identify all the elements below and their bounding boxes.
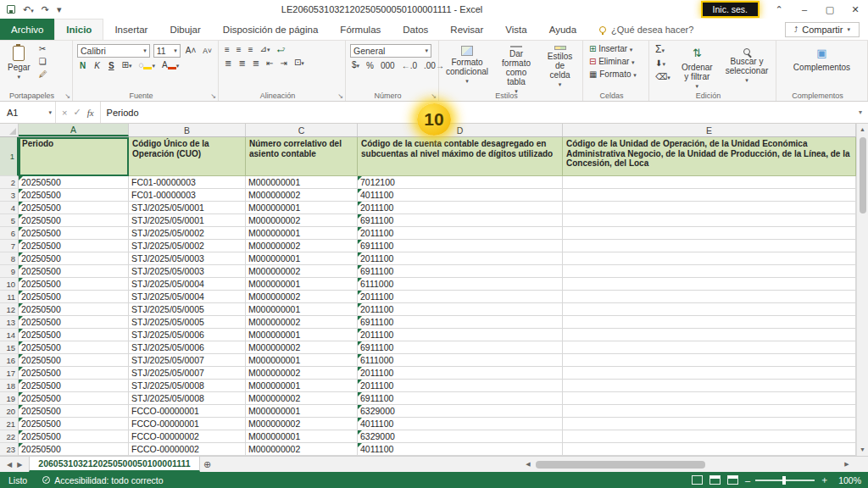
horizontal-scroll-track[interactable]: [534, 461, 841, 469]
format-as-table-button[interactable]: Dar formato como tabla▾: [494, 44, 538, 90]
cell[interactable]: 20250500: [19, 240, 129, 252]
cell[interactable]: M000000002: [246, 240, 358, 252]
cell[interactable]: M000000001: [246, 252, 358, 265]
redo-icon[interactable]: ↷: [42, 5, 49, 14]
cell[interactable]: 20250500: [19, 430, 129, 443]
find-select-button[interactable]: Buscar y seleccionar▾: [722, 44, 771, 90]
cell[interactable]: 6329000: [358, 405, 563, 418]
tab-revisar[interactable]: Revisar: [439, 19, 494, 40]
scroll-up-icon[interactable]: ▲: [860, 124, 865, 136]
cell[interactable]: Código Único de la Operación (CUO): [129, 137, 246, 176]
cell[interactable]: 20250500: [19, 265, 129, 278]
close-button[interactable]: ✕: [843, 0, 868, 19]
fill-icon[interactable]: ⬇▾: [654, 58, 672, 69]
next-sheet-icon[interactable]: ▶: [17, 461, 22, 469]
format-cells-button[interactable]: ▦ Formato ▾: [587, 69, 644, 80]
zoom-slider-thumb[interactable]: [782, 476, 786, 485]
cell[interactable]: [563, 176, 856, 189]
cell[interactable]: 20250500: [19, 189, 129, 202]
cell[interactable]: FCCO-00000001: [129, 405, 246, 418]
cell[interactable]: Número correlativo del asiento contable: [246, 137, 358, 176]
row-number[interactable]: 15: [0, 341, 19, 354]
cell[interactable]: [563, 354, 856, 367]
cell[interactable]: M000000001: [246, 303, 358, 316]
cell[interactable]: FCCO-00000002: [129, 443, 246, 456]
zoom-slider[interactable]: [755, 480, 815, 481]
cell[interactable]: 6911100: [358, 240, 563, 252]
share-button[interactable]: ⤴ Compartir ▾: [785, 22, 860, 37]
cell[interactable]: [563, 367, 856, 380]
cell[interactable]: FCCO-00000002: [129, 430, 246, 443]
align-top-icon[interactable]: ≡: [223, 45, 231, 55]
number-dialog-launcher[interactable]: ↘: [431, 92, 437, 100]
horizontal-scroll-thumb[interactable]: [536, 461, 705, 469]
vertical-scroll-thumb[interactable]: [860, 137, 866, 214]
row-number[interactable]: 16: [0, 354, 19, 367]
tab-dibujar[interactable]: Dibujar: [159, 19, 211, 40]
cell[interactable]: STJ/2025/05/0001: [129, 202, 246, 214]
cell[interactable]: STJ/2025/05/0006: [129, 341, 246, 354]
horizontal-scrollbar[interactable]: ◀ ▶: [522, 457, 853, 472]
clear-icon[interactable]: ⌫▾: [654, 72, 672, 83]
delete-cells-button[interactable]: ⊟ Eliminar ▾: [587, 57, 644, 68]
zoom-in-icon[interactable]: ＋: [820, 474, 829, 486]
name-box[interactable]: A1 ▾: [0, 102, 56, 123]
row-number[interactable]: 11: [0, 291, 19, 303]
merge-center-icon[interactable]: ⊡▾: [292, 58, 306, 69]
cell[interactable]: 20250500: [19, 341, 129, 354]
align-left-icon[interactable]: ≣: [223, 58, 233, 69]
autosum-icon[interactable]: Σ▾: [654, 44, 672, 56]
new-sheet-button[interactable]: ⊕: [200, 457, 215, 472]
row-number[interactable]: 12: [0, 303, 19, 316]
cut-icon[interactable]: ✂: [37, 44, 49, 54]
cell[interactable]: [563, 227, 856, 240]
cancel-entry-icon[interactable]: ×: [62, 108, 67, 118]
cell[interactable]: 6911100: [358, 265, 563, 278]
cell[interactable]: [563, 278, 856, 291]
tab-inicio[interactable]: Inicio: [54, 19, 103, 40]
zoom-out-icon[interactable]: –: [745, 475, 750, 485]
cell[interactable]: [563, 392, 856, 405]
cell[interactable]: M000000001: [246, 202, 358, 214]
conditional-formatting-button[interactable]: Formato condicional▾: [443, 44, 491, 90]
tab-formulas[interactable]: Fórmulas: [329, 19, 392, 40]
cell[interactable]: STJ/2025/05/0008: [129, 380, 246, 392]
prev-sheet-icon[interactable]: ◀: [7, 461, 12, 469]
row-number[interactable]: 4: [0, 202, 19, 214]
align-bottom-icon[interactable]: ≡: [247, 45, 255, 55]
alignment-dialog-launcher[interactable]: ↘: [337, 92, 343, 100]
cell[interactable]: M000000001: [246, 354, 358, 367]
cell[interactable]: [563, 291, 856, 303]
tab-datos[interactable]: Datos: [392, 19, 439, 40]
cell[interactable]: 20250500: [19, 252, 129, 265]
cell[interactable]: 2011100: [358, 329, 563, 341]
cell[interactable]: M000000002: [246, 316, 358, 329]
row-number[interactable]: 1: [0, 137, 19, 176]
font-size-combo[interactable]: 11▾: [153, 44, 181, 58]
cell[interactable]: 20250500: [19, 291, 129, 303]
cell[interactable]: M000000002: [246, 392, 358, 405]
row-number[interactable]: 5: [0, 214, 19, 227]
undo-icon[interactable]: ↶▾: [23, 5, 34, 14]
confirm-entry-icon[interactable]: ✓: [73, 107, 81, 118]
cell[interactable]: 4011100: [358, 418, 563, 430]
sheet-tab-active[interactable]: 2060531032120250500050100001111: [29, 457, 199, 472]
cell[interactable]: M000000001: [246, 176, 358, 189]
cell[interactable]: [563, 341, 856, 354]
increase-decimal-icon[interactable]: ←.0: [400, 61, 419, 71]
cell[interactable]: M000000002: [246, 443, 358, 456]
tab-vista[interactable]: Vista: [494, 19, 537, 40]
cell[interactable]: 20250500: [19, 367, 129, 380]
insert-function-icon[interactable]: fx: [87, 108, 94, 118]
row-number[interactable]: 3: [0, 189, 19, 202]
cell[interactable]: FC01-00000003: [129, 189, 246, 202]
wrap-text-icon[interactable]: ⮐: [275, 45, 287, 55]
cell[interactable]: 6911100: [358, 214, 563, 227]
comma-style-icon[interactable]: 000: [379, 61, 397, 71]
normal-view-icon[interactable]: [692, 475, 703, 485]
cell[interactable]: 6111000: [358, 354, 563, 367]
tab-disposicion-de-pagina[interactable]: Disposición de página: [212, 19, 330, 40]
tab-ayuda[interactable]: Ayuda: [538, 19, 587, 40]
accessibility-checker[interactable]: ✓ Accesibilidad: todo correcto: [36, 475, 170, 485]
row-number[interactable]: 22: [0, 430, 19, 443]
